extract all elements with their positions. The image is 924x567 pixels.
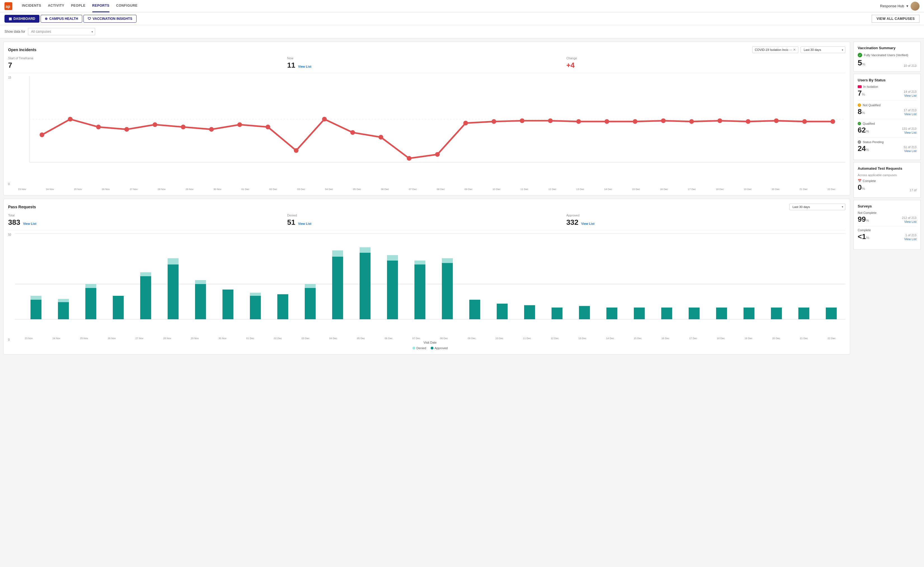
- total-view-list-link[interactable]: View List: [23, 222, 36, 225]
- bar-group-30: [826, 308, 837, 319]
- x-label: 03 Dec: [292, 337, 319, 340]
- x-label: 21 Dec: [790, 337, 818, 340]
- x-label: 15 Dec: [622, 188, 650, 190]
- legend-approved-dot: [430, 346, 433, 350]
- denied-view-list-link[interactable]: View List: [298, 222, 311, 225]
- nav-incidents[interactable]: INCIDENTS: [22, 0, 41, 12]
- bar-group-25: [689, 308, 700, 319]
- svg-point-21: [491, 119, 496, 124]
- incidents-x-labels: 23 Nov24 Nov25 Nov26 Nov27 Nov28 Nov29 N…: [8, 188, 845, 190]
- isolation-label: In Isolation: [863, 85, 878, 88]
- auto-test-count: 17 of: [910, 189, 916, 192]
- survey-complete-view-list[interactable]: View List: [904, 237, 916, 241]
- app-logo[interactable]: ap: [5, 2, 14, 10]
- svg-point-32: [802, 119, 807, 124]
- shield-icon: 🛡: [87, 17, 91, 21]
- x-label: 15 Dec: [624, 337, 652, 340]
- bar-chart-y-min: 0: [8, 338, 10, 341]
- x-label: 04 Dec: [315, 188, 343, 190]
- isolation-view-list[interactable]: View List: [904, 94, 916, 97]
- incident-time-filter[interactable]: Last 30 days: [801, 46, 845, 53]
- pass-time-filter-wrap: Last 30 days ▾: [789, 204, 845, 210]
- legend-approved: Approved: [430, 346, 448, 350]
- qualified-view-list[interactable]: View List: [904, 131, 916, 134]
- x-label: 13 Dec: [566, 188, 594, 190]
- auto-test-complete: 📅 Complete 0% 17 of: [858, 179, 916, 192]
- svg-text:ap: ap: [6, 4, 10, 9]
- status-not-qualified: ! Not Qualified 8% 17 of 213 View List: [858, 104, 916, 119]
- x-label: 11 Dec: [510, 188, 539, 190]
- bar-group-19: [524, 305, 535, 319]
- automated-test-card: Automated Test Requests Across applicabl…: [853, 162, 921, 198]
- x-label: 01 Dec: [232, 188, 259, 190]
- survey-not-complete-view-list[interactable]: View List: [904, 220, 916, 224]
- svg-point-30: [746, 119, 751, 124]
- user-area[interactable]: Response Hub ▾: [880, 2, 919, 10]
- nav-people[interactable]: PEOPLE: [71, 0, 86, 12]
- survey-not-complete: Not Complete 99% 212 of 213 View List: [858, 211, 916, 226]
- bar-group-2: [58, 299, 69, 319]
- tab-vaccination-insights[interactable]: 🛡 VACCINATION INSIGHTS: [83, 15, 137, 22]
- bar-group-26: [716, 308, 727, 319]
- user-dropdown-arrow[interactable]: ▾: [906, 4, 908, 8]
- survey-complete-count: 1 of 213: [904, 234, 916, 237]
- bar-group-8: [223, 290, 233, 319]
- not-qualified-view-list[interactable]: View List: [904, 112, 916, 116]
- bar-chart-y-max: 50: [8, 233, 11, 236]
- pending-icon: ⏱: [858, 140, 861, 144]
- incident-filter-clear[interactable]: ✕: [793, 48, 796, 52]
- vaccination-count: 10 of 213: [904, 64, 916, 68]
- now-view-list-link[interactable]: View List: [298, 65, 311, 68]
- bar-group-22: [606, 308, 617, 319]
- svg-rect-74: [689, 308, 700, 319]
- svg-rect-41: [85, 288, 96, 319]
- x-label: 06 Dec: [371, 188, 399, 190]
- svg-point-20: [464, 121, 468, 126]
- x-label: 03 Dec: [287, 188, 315, 190]
- stat-now: Now 11 View List: [287, 57, 566, 70]
- svg-rect-77: [771, 308, 782, 319]
- surveys-title: Surveys: [858, 204, 916, 208]
- stat-now-value: 11 View List: [287, 61, 560, 70]
- chart-y-max: 15: [8, 76, 11, 79]
- pass-time-filter[interactable]: Last 30 days: [789, 204, 845, 210]
- nav-reports[interactable]: REPORTS: [92, 0, 110, 12]
- pass-requests-header: Pass Requests Last 30 days ▾: [8, 204, 845, 210]
- svg-rect-72: [634, 308, 645, 319]
- tab-campus-health[interactable]: ⊕ CAMPUS HEALTH: [41, 15, 82, 22]
- svg-rect-73: [661, 308, 672, 319]
- view-all-campuses-button[interactable]: VIEW ALL CAMPUSES: [872, 15, 919, 22]
- svg-rect-71: [606, 308, 617, 319]
- svg-point-7: [96, 125, 101, 129]
- automated-test-subtitle: Across applicable campuses: [858, 173, 916, 177]
- not-qualified-icon: !: [858, 104, 861, 107]
- survey-complete: Complete <1% 1 of 213 View List: [858, 228, 916, 243]
- bar-group-16: [442, 258, 453, 319]
- bar-group-15: [414, 261, 425, 319]
- svg-point-33: [831, 119, 835, 124]
- x-label: 08 Dec: [430, 337, 458, 340]
- x-label: 28 Nov: [153, 337, 181, 340]
- campus-filter-select[interactable]: All campuses: [28, 28, 95, 35]
- svg-point-27: [661, 118, 666, 123]
- open-incidents-stats: Start of Timeframe 7 Now 11 View List Ch…: [8, 57, 845, 73]
- x-label: 25 Nov: [64, 188, 92, 190]
- tab-dashboard[interactable]: ▦ DASHBOARD: [5, 15, 39, 22]
- svg-rect-53: [277, 294, 288, 319]
- x-label: 04 Dec: [319, 337, 347, 340]
- nav-activity[interactable]: ACTIVITY: [48, 0, 64, 12]
- nav-configure[interactable]: CONFIGURE: [116, 0, 138, 12]
- users-by-status-title: Users By Status: [858, 78, 916, 82]
- avatar[interactable]: [910, 2, 919, 10]
- bar-group-11: [305, 284, 316, 319]
- svg-point-5: [40, 132, 45, 137]
- bar-chart-svg: [15, 233, 845, 335]
- approved-view-list-link[interactable]: View List: [581, 222, 594, 225]
- bar-group-20: [552, 308, 563, 319]
- svg-point-31: [774, 118, 779, 123]
- svg-rect-75: [716, 308, 727, 319]
- pending-view-list[interactable]: View List: [904, 149, 916, 153]
- top-nav: ap INCIDENTS ACTIVITY PEOPLE REPORTS CON…: [0, 0, 924, 12]
- svg-point-25: [605, 119, 609, 124]
- x-label: 29 Nov: [181, 337, 209, 340]
